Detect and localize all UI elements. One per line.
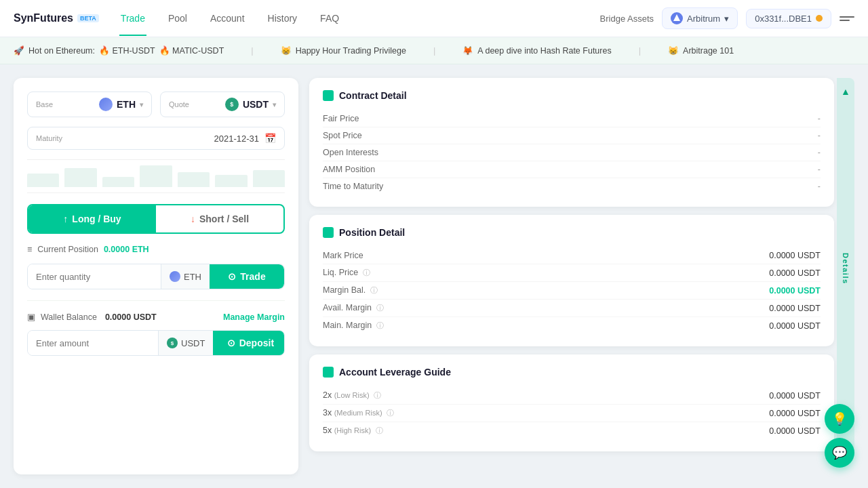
short-sell-button[interactable]: ↓ Short / Sell (156, 205, 283, 232)
position-detail-label: Position Detail (339, 227, 405, 238)
base-currency: ETH (117, 99, 136, 110)
quote-label: Quote (169, 100, 189, 108)
long-short-toggle: ↑ Long / Buy ↓ Short / Sell (27, 204, 285, 234)
leverage-3x-info-icon[interactable]: ⓘ (387, 409, 394, 417)
quantity-input[interactable] (28, 264, 161, 289)
contract-detail-title: Contract Detail (323, 90, 821, 101)
leverage-5x-row: 5x (High Risk) ⓘ 0.0000 USDT (323, 422, 821, 439)
happy-hour-label: Happy Hour Trading Privilege (296, 46, 406, 56)
base-label: Base (36, 100, 53, 108)
details-tab[interactable]: Details (837, 105, 854, 432)
header-right: Bridge Assets Arbitrum ▾ 0x331f...DBE1 (600, 7, 854, 29)
maturity-selector[interactable]: Maturity 2021-12-31 📅 (27, 127, 285, 150)
fab-bulb-button[interactable]: 💡 (825, 404, 854, 434)
mark-price-row: Mark Price 0.0000 USDT (323, 247, 821, 264)
header: SynFutures BETA Trade Pool Account Histo… (0, 0, 868, 37)
contract-detail-rows: Fair Price - Spot Price - Open Interests… (323, 110, 821, 195)
margin-bal-row: Margin Bal. ⓘ 0.0000 USDT (323, 282, 821, 300)
main-margin-info-icon[interactable]: ⓘ (376, 321, 384, 329)
liq-price-row: Liq. Price ⓘ 0.0000 USDT (323, 264, 821, 282)
main-margin-value: 0.0000 USDT (769, 321, 821, 331)
quote-selector[interactable]: Quote $ USDT ▾ (160, 92, 285, 117)
price-chart (27, 159, 285, 193)
deposit-button-label: Deposit (239, 338, 274, 348)
amount-input-row: $ USDT ⊙ Deposit (27, 330, 285, 356)
quote-currency: USDT (243, 99, 269, 110)
nav-history[interactable]: History (267, 13, 299, 24)
leverage-3x-label: 3x (Medium Risk) ⓘ (323, 408, 394, 418)
leverage-5x-label: 5x (High Risk) ⓘ (323, 426, 383, 436)
time-to-maturity-label: Time to Maturity (323, 182, 383, 191)
open-interests-row: Open Interests - (323, 144, 821, 161)
open-interests-label: Open Interests (323, 148, 378, 157)
avail-margin-info-icon[interactable]: ⓘ (376, 304, 384, 312)
liq-price-info-icon[interactable]: ⓘ (363, 268, 370, 277)
side-panel-wrapper: ▲ Details ▼ (837, 78, 854, 460)
nav-pool[interactable]: Pool (167, 13, 189, 24)
network-selector[interactable]: Arbitrum ▾ (662, 7, 738, 29)
ticker-arbitrage[interactable]: 😸 Arbitrage 101 (668, 45, 734, 56)
menu-button[interactable] (840, 11, 854, 26)
quantity-currency: ETH (184, 272, 201, 282)
nav-faq[interactable]: FAQ (319, 13, 340, 24)
maturity-value: 2021-12-31 📅 (214, 133, 277, 144)
logo: SynFutures BETA (14, 12, 99, 24)
current-position-label: Current Position (37, 245, 98, 254)
wallet-address[interactable]: 0x331f...DBE1 (746, 9, 831, 28)
leverage-2x-label: 2x (Low Risk) ⓘ (323, 390, 381, 401)
long-arrow-icon: ↑ (63, 214, 68, 224)
amount-input[interactable] (28, 331, 158, 355)
quote-chevron-icon: ▾ (273, 101, 276, 108)
position-detail-card: Position Detail Mark Price 0.0000 USDT L… (309, 215, 834, 346)
chart-bar (253, 170, 285, 187)
wallet-section: ▣ Wallet Balance 0.0000 USDT Manage Marg… (27, 300, 285, 356)
trade-button-icon: ⊙ (228, 271, 236, 282)
svg-marker-0 (673, 14, 680, 21)
margin-bal-info-icon[interactable]: ⓘ (370, 286, 378, 294)
chart-bar (215, 175, 247, 187)
ticker-eth[interactable]: 🚀 Hot on Ethereum: 🔥 ETH-USDT 🔥 MATIC-US… (14, 45, 224, 56)
details-tab-label: Details (842, 253, 850, 285)
amm-position-value: - (818, 165, 821, 174)
wallet-balance-row: ▣ Wallet Balance 0.0000 USDT Manage Marg… (27, 312, 285, 322)
nav-trade[interactable]: Trade (119, 13, 146, 24)
chart-bar (178, 172, 210, 187)
fab-chat-button[interactable]: 💬 (825, 438, 854, 468)
position-icon-card (323, 227, 334, 238)
right-main-content: Contract Detail Fair Price - Spot Price … (309, 78, 834, 460)
menu-line-1 (840, 16, 854, 18)
right-panels-wrapper: Contract Detail Fair Price - Spot Price … (309, 78, 854, 460)
chart-bar (64, 168, 96, 187)
leverage-3x-value: 0.0000 USDT (769, 409, 821, 418)
leverage-rows: 2x (Low Risk) ⓘ 0.0000 USDT 3x (Medium R… (323, 387, 821, 439)
ticker-hashrate[interactable]: 🦊 A deep dive into Hash Rate Futures (462, 45, 611, 56)
contract-icon (323, 90, 334, 101)
amm-position-row: AMM Position - (323, 161, 821, 178)
chart-bar (27, 174, 59, 187)
leverage-5x-info-icon[interactable]: ⓘ (376, 426, 383, 434)
leverage-icon (323, 367, 334, 378)
leverage-3x-row: 3x (Medium Risk) ⓘ 0.0000 USDT (323, 405, 821, 422)
time-to-maturity-row: Time to Maturity - (323, 178, 821, 195)
long-buy-button[interactable]: ↑ Long / Buy (28, 205, 156, 232)
base-selector[interactable]: Base ETH ▾ (27, 92, 152, 117)
ticker-happy-hour[interactable]: 😸 Happy Hour Trading Privilege (281, 45, 406, 56)
bulb-icon: 💡 (832, 411, 847, 426)
chat-icon: 💬 (832, 445, 847, 460)
chart-bar (140, 165, 172, 187)
liq-price-value: 0.0000 USDT (769, 268, 821, 278)
amount-currency: USDT (181, 338, 205, 348)
side-panel-top-button[interactable]: ▲ (837, 78, 854, 105)
quantity-unit: ETH (161, 264, 210, 289)
manage-margin-button[interactable]: Manage Margin (223, 312, 285, 322)
bridge-assets-button[interactable]: Bridge Assets (600, 14, 654, 24)
position-icon: ≡ (27, 245, 32, 254)
quote-value: $ USDT ▾ (225, 98, 276, 111)
usdt-unit-icon: $ (167, 338, 178, 348)
nav-account[interactable]: Account (209, 13, 246, 24)
contract-detail-label: Contract Detail (339, 90, 407, 101)
trade-button[interactable]: ⊙ Trade (210, 264, 284, 289)
deposit-button[interactable]: ⊙ Deposit (213, 331, 285, 355)
leverage-2x-info-icon[interactable]: ⓘ (374, 391, 381, 399)
maturity-label: Maturity (36, 134, 62, 142)
